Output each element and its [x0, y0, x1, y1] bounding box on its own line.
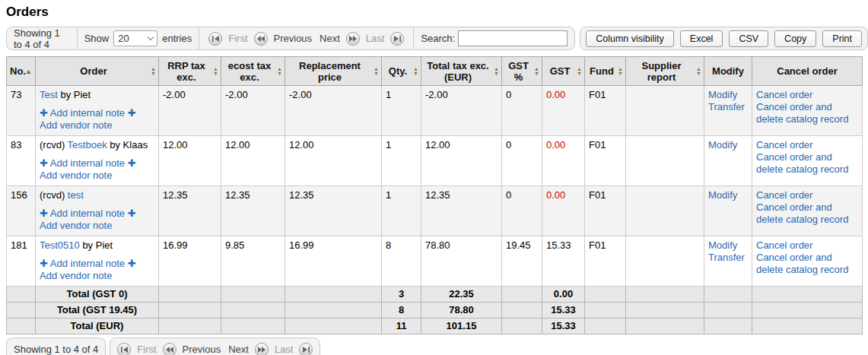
- last-page-button[interactable]: Last: [366, 33, 385, 44]
- order-title-link[interactable]: test: [68, 189, 84, 201]
- column-label: No.: [10, 65, 26, 77]
- column-header-no[interactable]: No.▲: [7, 57, 36, 86]
- page-length-select[interactable]: 20: [113, 30, 157, 46]
- page-length-value: 20: [118, 33, 129, 44]
- previous-page-icon-button[interactable]: [254, 32, 268, 46]
- last-page-button[interactable]: Last: [275, 344, 294, 355]
- column-label: GST: [550, 65, 571, 77]
- total-tax-exc-cell: 78.80: [421, 236, 502, 287]
- order-title-link[interactable]: Test0510: [40, 239, 80, 251]
- order-author: by Klaas: [107, 139, 148, 151]
- first-page-icon-button[interactable]: [208, 32, 222, 46]
- cancel-order-link[interactable]: Cancel order: [756, 189, 858, 201]
- column-header-gst[interactable]: GST▲▼: [542, 57, 585, 86]
- cancel-order-link[interactable]: Cancel order: [756, 89, 858, 101]
- page-title: Orders: [6, 5, 868, 20]
- first-page-button[interactable]: First: [228, 33, 247, 44]
- add-internal-note-link[interactable]: ✚ Add internal note: [40, 157, 125, 169]
- modify-link[interactable]: Modify: [708, 239, 748, 252]
- column-label: Replacement price: [299, 60, 361, 83]
- total-gst-cell: 15.33: [542, 319, 585, 334]
- cancel-order-link[interactable]: Cancel order: [756, 139, 858, 151]
- next-page-button[interactable]: Next: [228, 344, 249, 355]
- add-internal-note-link[interactable]: ✚ Add internal note: [40, 208, 125, 219]
- total-empty-cell: [7, 319, 36, 334]
- column-header-replacement-price[interactable]: Replacement price▲▼: [285, 57, 382, 86]
- column-header-supplier-report[interactable]: Supplier report▲▼: [626, 57, 704, 86]
- next-page-button[interactable]: Next: [320, 33, 340, 44]
- total-empty-cell: [285, 287, 382, 303]
- fund-cell: F01: [585, 186, 626, 236]
- cancel-order-cell: Cancel orderCancel order and delete cata…: [752, 236, 863, 287]
- column-label: ecost tax exc.: [228, 60, 271, 83]
- gst-cell: 0.00: [542, 136, 585, 186]
- supplier-report-cell: [626, 236, 704, 287]
- order-description-cell: (rcvd) Testboek by Klaas✚ Add internal n…: [36, 136, 159, 186]
- column-label: Order: [80, 65, 107, 77]
- total-empty-cell: [159, 287, 221, 303]
- column-visibility-button[interactable]: Column visibility: [586, 30, 674, 47]
- total-tax-exc-cell: 12.00: [421, 136, 502, 186]
- column-header-fund[interactable]: Fund▲▼: [585, 57, 626, 86]
- previous-page-icon-button[interactable]: [163, 343, 176, 355]
- column-header-ecost-tax-exc[interactable]: ecost tax exc.▲▼: [221, 57, 285, 86]
- column-header-order[interactable]: Order▲▼: [36, 57, 159, 86]
- cancel-order-and-delete-catalog-record-link[interactable]: Cancel order and delete catalog record: [756, 201, 858, 226]
- first-page-icon-button[interactable]: [117, 343, 131, 355]
- previous-page-button[interactable]: Previous: [183, 344, 221, 355]
- cancel-order-link[interactable]: Cancel order: [756, 239, 858, 252]
- next-page-icon-button[interactable]: [346, 32, 360, 46]
- cancel-order-and-delete-catalog-record-link[interactable]: Cancel order and delete catalog record: [756, 151, 858, 176]
- total-row: Total (GST 0)322.350.00: [7, 287, 863, 303]
- ecost-tax-exc-cell: 12.35: [221, 186, 285, 236]
- column-header-qty[interactable]: Qty.▲▼: [382, 57, 421, 86]
- total-tax-exc-cell: -2.00: [421, 86, 502, 136]
- add-internal-note-link[interactable]: ✚ Add internal note: [40, 258, 125, 269]
- ecost-tax-exc-cell: -2.00: [221, 86, 285, 136]
- first-page-button[interactable]: First: [137, 344, 156, 355]
- column-label: Qty.: [389, 65, 407, 77]
- order-title-link[interactable]: Test: [40, 89, 58, 100]
- cancel-order-and-delete-catalog-record-link[interactable]: Cancel order and delete catalog record: [756, 101, 858, 125]
- transfer-link[interactable]: Transfer: [708, 101, 748, 113]
- modify-link[interactable]: Modify: [708, 89, 748, 101]
- excel-button[interactable]: Excel: [680, 30, 723, 47]
- column-header-gst[interactable]: GST %▲▼: [502, 57, 542, 86]
- order-title-line: Test by Piet: [40, 89, 154, 101]
- print-button[interactable]: Print: [822, 30, 862, 47]
- sort-down-icon: ▼: [213, 71, 218, 76]
- modify-link[interactable]: Modify: [708, 139, 748, 151]
- previous-page-button[interactable]: Previous: [274, 33, 313, 44]
- plus-icon: ✚: [128, 258, 136, 269]
- ecost-tax-exc-cell: 12.00: [221, 136, 285, 186]
- rrp-tax-exc-cell: 16.99: [159, 236, 221, 287]
- sort-both-icon: ▲▼: [151, 67, 156, 76]
- cancel-order-cell: Cancel orderCancel order and delete cata…: [752, 186, 863, 236]
- next-page-icon-button[interactable]: [255, 343, 269, 355]
- sort-both-icon: ▲▼: [413, 67, 418, 76]
- cancel-order-and-delete-catalog-record-link[interactable]: Cancel order and delete catalog record: [756, 252, 858, 276]
- order-title-line: Test0510 by Piet: [40, 239, 154, 252]
- total-empty-cell: [285, 319, 382, 334]
- sort-down-icon: ▼: [696, 71, 701, 76]
- column-header-total-tax-exc-eur[interactable]: Total tax exc. (EUR)▲▼: [421, 57, 502, 86]
- sort-both-icon: ▲▼: [494, 67, 499, 76]
- order-description-cell: Test0510 by Piet✚ Add internal note ✚ Ad…: [36, 236, 159, 287]
- gst-percent-cell: 0: [502, 186, 542, 236]
- csv-button[interactable]: CSV: [729, 30, 768, 47]
- last-page-icon-button[interactable]: [299, 343, 313, 355]
- order-row: 73Test by Piet✚ Add internal note ✚ Add …: [7, 86, 863, 136]
- column-header-rrp-tax-exc[interactable]: RRP tax exc.▲▼: [159, 57, 221, 86]
- sort-ascending-icon: ▲: [25, 65, 32, 77]
- chevron-down-icon: [148, 34, 154, 40]
- last-icon: [394, 36, 401, 42]
- order-title-link[interactable]: Testboek: [68, 139, 107, 151]
- add-internal-note-link[interactable]: ✚ Add internal note: [40, 107, 125, 119]
- copy-button[interactable]: Copy: [774, 30, 816, 47]
- last-page-icon-button[interactable]: [390, 32, 404, 46]
- search-input[interactable]: [458, 30, 568, 46]
- modify-link[interactable]: Modify: [708, 189, 748, 201]
- order-number-cell: 181: [7, 236, 36, 287]
- qty-cell: 1: [382, 186, 421, 236]
- transfer-link[interactable]: Transfer: [708, 252, 748, 264]
